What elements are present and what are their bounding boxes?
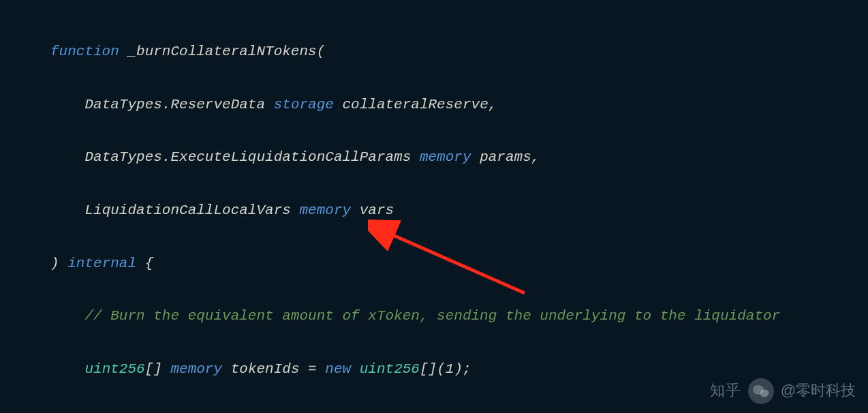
code-block: function _burnCollateralNTokens( DataTyp… <box>0 0 868 413</box>
param: vars <box>351 202 394 218</box>
svg-point-3 <box>760 389 769 397</box>
brace: { <box>136 256 153 271</box>
type-uint256: uint256 <box>84 361 144 377</box>
keyword-memory: memory <box>170 361 222 377</box>
number: 1 <box>446 361 454 377</box>
code-line: LiquidationCallLocalVars memory vars <box>50 198 868 224</box>
brackets: [] <box>145 361 171 377</box>
wechat-icon <box>748 378 774 404</box>
fn-name: _burnCollateralNTokens( <box>119 44 325 59</box>
keyword-internal: internal <box>67 256 136 271</box>
param: collateralReserve, <box>334 97 497 112</box>
code-line: DataTypes.ExecuteLiquidationCallParams m… <box>50 144 868 171</box>
type: LiquidationCallLocalVars <box>84 202 299 218</box>
keyword-function: function <box>50 44 119 59</box>
type-uint256: uint256 <box>360 361 420 377</box>
paren: ) <box>50 256 67 271</box>
watermark: 知乎 @零时科技 <box>710 377 856 405</box>
zhihu-watermark: 知乎 <box>710 377 741 405</box>
punct: ); <box>454 361 471 377</box>
keyword-storage: storage <box>274 97 334 112</box>
keyword-memory: memory <box>420 149 471 165</box>
space <box>351 361 360 377</box>
code-line: DataTypes.ReserveData storage collateral… <box>50 92 868 119</box>
comment: // Burn the equivalent amount of xToken,… <box>84 308 780 324</box>
brand-watermark: @零时科技 <box>781 377 856 405</box>
keyword-new: new <box>325 361 351 377</box>
type: DataTypes.ExecuteLiquidationCallParams <box>84 149 419 165</box>
var-decl: tokenIds = <box>222 361 325 377</box>
brackets: []( <box>420 361 446 377</box>
code-line: ) internal { <box>50 251 868 277</box>
code-line: // Burn the equivalent amount of xToken,… <box>50 303 868 330</box>
type: DataTypes.ReserveData <box>84 97 273 112</box>
code-line: tokenIds[0] = params.collateralTokenId; <box>50 410 868 413</box>
code-line: function _burnCollateralNTokens( <box>50 39 868 65</box>
keyword-memory: memory <box>299 202 351 218</box>
param: params, <box>471 149 540 165</box>
